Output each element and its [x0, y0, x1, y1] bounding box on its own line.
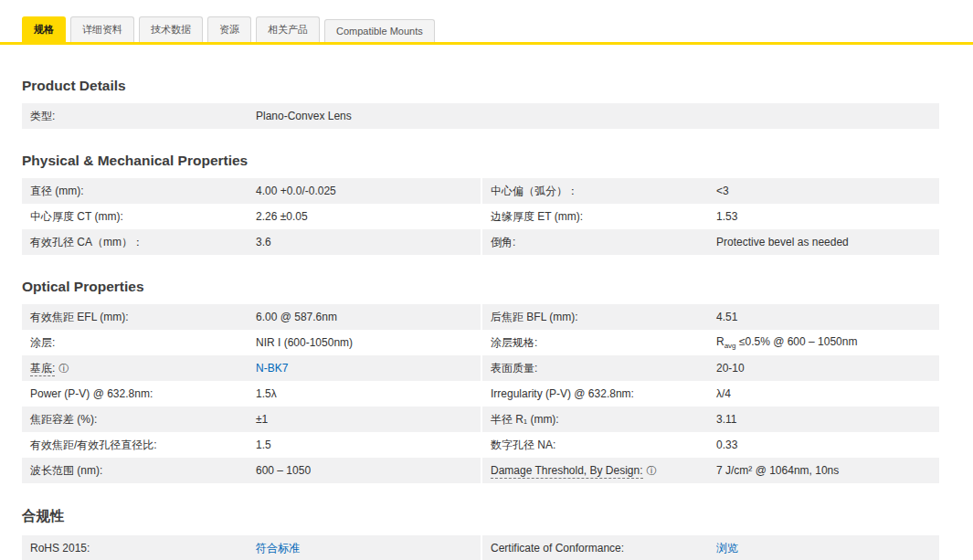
- spec-label: Certificate of Conformance:: [482, 537, 716, 559]
- table-row: 焦距容差 (%): ±1 半径 R₁ (mm): 3.11: [22, 407, 939, 432]
- spec-label: Power (P-V) @ 632.8nm:: [22, 383, 256, 405]
- spec-value: Ravg ≤0.5% @ 600 – 1050nm: [716, 331, 939, 354]
- spec-pair: 直径 (mm): 4.00 +0.0/-0.025: [22, 178, 481, 204]
- spec-value: 2.26 ±0.05: [256, 206, 481, 227]
- spec-value: 0.33: [716, 434, 939, 456]
- info-icon[interactable]: ⓘ: [647, 465, 657, 476]
- info-icon[interactable]: ⓘ: [58, 363, 69, 374]
- spec-label: 基底:ⓘ: [22, 356, 256, 381]
- spec-value: 600 – 1050: [256, 460, 481, 481]
- table-row: 类型: Plano-Convex Lens: [22, 103, 939, 129]
- spec-value: λ/4: [716, 383, 939, 405]
- spec-pair: 数字孔径 NA: 0.33: [481, 432, 939, 458]
- spec-value: ±1: [256, 408, 481, 430]
- spec-pair: 倒角: Protective bevel as needed: [481, 229, 939, 255]
- table-row: RoHS 2015: 符合标准 Certificate of Conforman…: [22, 535, 939, 560]
- tab-specs[interactable]: 规格: [22, 16, 66, 42]
- spec-value: 4.00 +0.0/-0.025: [256, 180, 481, 202]
- spec-value: NIR I (600-1050nm): [256, 332, 481, 354]
- spec-label: 后焦距 BFL (mm):: [482, 305, 716, 330]
- product-details-table: 类型: Plano-Convex Lens: [22, 103, 939, 129]
- ravg-prefix: R: [716, 335, 724, 348]
- spec-pair-empty: [481, 103, 939, 129]
- spec-value: <3: [716, 180, 939, 202]
- spec-label: 表面质量:: [482, 356, 716, 381]
- spec-value: 1.5λ: [256, 383, 481, 405]
- spec-pair: 后焦距 BFL (mm): 4.51: [481, 304, 939, 330]
- spec-label: 有效焦距/有效孔径直径比:: [22, 433, 256, 458]
- spec-value: 7 J/cm² @ 1064nm, 10ns: [716, 460, 939, 481]
- spec-value: 符合标准: [256, 536, 481, 560]
- spec-label: 波长范围 (nm):: [22, 459, 256, 483]
- spec-value: N-BK7: [256, 357, 481, 379]
- table-row: 基底:ⓘ N-BK7 表面质量: 20-10: [22, 355, 939, 381]
- table-row: 涂层: NIR I (600-1050nm) 涂层规格: Ravg ≤0.5% …: [22, 330, 939, 355]
- spec-value: 1.53: [716, 206, 939, 227]
- tab-compatible-mounts[interactable]: Compatible Mounts: [324, 19, 435, 42]
- certificate-view-link[interactable]: 浏览: [716, 542, 738, 555]
- section-title-optical: Optical Properties: [22, 279, 939, 295]
- table-row: Power (P-V) @ 632.8nm: 1.5λ Irregularity…: [22, 381, 939, 407]
- spec-pair: 中心厚度 CT (mm): 2.26 ±0.05: [22, 204, 481, 229]
- table-row: 中心厚度 CT (mm): 2.26 ±0.05 边缘厚度 ET (mm): 1…: [22, 204, 939, 229]
- tab-resources[interactable]: 资源: [207, 16, 251, 42]
- spec-pair: Damage Threshold, By Design:ⓘ 7 J/cm² @ …: [481, 458, 939, 483]
- spec-pair: RoHS 2015: 符合标准: [22, 535, 481, 560]
- spec-label: 中心偏（弧分）：: [482, 179, 716, 204]
- tab-technical-data[interactable]: 技术数据: [139, 16, 203, 42]
- spec-value: 3.11: [716, 408, 939, 430]
- spec-pair: 涂层: NIR I (600-1050nm): [22, 330, 481, 355]
- ravg-rest: ≤0.5% @ 600 – 1050nm: [736, 335, 858, 348]
- spec-pair: 边缘厚度 ET (mm): 1.53: [481, 204, 939, 229]
- spec-pair: 类型: Plano-Convex Lens: [22, 103, 481, 129]
- spec-label: Irregularity (P-V) @ 632.8nm:: [482, 383, 716, 405]
- table-row: 有效焦距 EFL (mm): 6.00 @ 587.6nm 后焦距 BFL (m…: [22, 304, 939, 330]
- spec-pair: 波长范围 (nm): 600 – 1050: [22, 458, 481, 483]
- spec-label: 中心厚度 CT (mm):: [22, 205, 256, 229]
- ravg-subscript: avg: [724, 342, 736, 350]
- spec-pair: Power (P-V) @ 632.8nm: 1.5λ: [22, 381, 481, 407]
- spec-value: 3.6: [256, 231, 481, 253]
- spec-value: 20-10: [716, 357, 939, 379]
- spec-label: 倒角:: [482, 230, 716, 255]
- table-row: 有效焦距/有效孔径直径比: 1.5 数字孔径 NA: 0.33: [22, 432, 939, 458]
- spec-label: RoHS 2015:: [22, 537, 256, 559]
- spec-pair: 半径 R₁ (mm): 3.11: [481, 407, 939, 432]
- optical-table: 有效焦距 EFL (mm): 6.00 @ 587.6nm 后焦距 BFL (m…: [22, 304, 939, 483]
- spec-value: Protective bevel as needed: [716, 231, 939, 253]
- substrate-link[interactable]: N-BK7: [256, 362, 288, 375]
- spec-label: Damage Threshold, By Design:ⓘ: [482, 460, 716, 481]
- spec-pair: 中心偏（弧分）： <3: [481, 178, 939, 204]
- spec-value: 浏览: [716, 536, 939, 560]
- section-title-compliance: 合规性: [22, 507, 939, 526]
- tab-bar: 规格 详细资料 技术数据 资源 相关产品 Compatible Mounts: [0, 0, 973, 45]
- spec-label: 有效焦距 EFL (mm):: [22, 305, 256, 330]
- spec-label: 直径 (mm):: [22, 179, 256, 204]
- spec-pair: 焦距容差 (%): ±1: [22, 407, 481, 432]
- spec-pair: 有效孔径 CA（mm）： 3.6: [22, 229, 481, 255]
- spec-label: 数字孔径 NA:: [482, 433, 716, 458]
- spec-label: 焦距容差 (%):: [22, 407, 256, 432]
- tab-details[interactable]: 详细资料: [70, 16, 134, 42]
- rohs-compliant-link[interactable]: 符合标准: [256, 542, 300, 555]
- spec-pair: 表面质量: 20-10: [481, 355, 939, 381]
- spec-pair: Certificate of Conformance: 浏览: [481, 535, 939, 560]
- spec-label: 涂层规格:: [482, 331, 716, 355]
- section-title-product-details: Product Details: [22, 78, 939, 94]
- spec-pair: 基底:ⓘ N-BK7: [22, 355, 481, 381]
- damage-threshold-label: Damage Threshold, By Design:: [491, 464, 643, 479]
- spec-label: 有效孔径 CA（mm）：: [22, 230, 256, 255]
- specs-content: Product Details 类型: Plano-Convex Lens Ph…: [0, 78, 973, 560]
- spec-pair: 涂层规格: Ravg ≤0.5% @ 600 – 1050nm: [481, 330, 939, 355]
- table-row: 波长范围 (nm): 600 – 1050 Damage Threshold, …: [22, 458, 939, 483]
- spec-value: 4.51: [716, 306, 939, 328]
- tab-related-products[interactable]: 相关产品: [256, 16, 320, 42]
- spec-pair: Irregularity (P-V) @ 632.8nm: λ/4: [481, 381, 939, 407]
- compliance-table: RoHS 2015: 符合标准 Certificate of Conforman…: [22, 535, 939, 560]
- physical-table: 直径 (mm): 4.00 +0.0/-0.025 中心偏（弧分）： <3 中心…: [22, 178, 939, 255]
- section-title-physical: Physical & Mechanical Properties: [22, 153, 939, 169]
- spec-value: 1.5: [256, 434, 481, 456]
- spec-label: 涂层:: [22, 331, 256, 355]
- spec-pair: 有效焦距 EFL (mm): 6.00 @ 587.6nm: [22, 304, 481, 330]
- spec-label: 半径 R₁ (mm):: [482, 407, 716, 432]
